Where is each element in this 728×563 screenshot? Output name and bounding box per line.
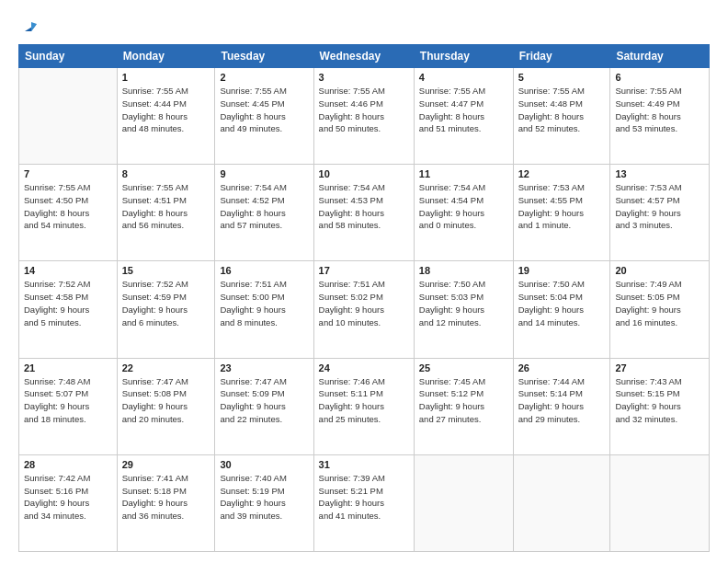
logo-icon bbox=[20, 15, 40, 35]
calendar-cell: 26Sunrise: 7:44 AMSunset: 5:14 PMDayligh… bbox=[513, 358, 610, 454]
day-info: Sunrise: 7:55 AMSunset: 4:45 PMDaylight:… bbox=[220, 85, 308, 135]
day-number: 22 bbox=[122, 362, 210, 373]
week-row-5: 28Sunrise: 7:42 AMSunset: 5:16 PMDayligh… bbox=[19, 454, 710, 551]
calendar-cell: 20Sunrise: 7:49 AMSunset: 5:05 PMDayligh… bbox=[610, 261, 710, 358]
header bbox=[18, 15, 710, 35]
day-number: 17 bbox=[319, 265, 409, 276]
day-info: Sunrise: 7:54 AMSunset: 4:54 PMDaylight:… bbox=[419, 181, 508, 232]
day-of-week-monday: Monday bbox=[117, 45, 215, 68]
calendar-cell: 3Sunrise: 7:55 AMSunset: 4:46 PMDaylight… bbox=[313, 68, 414, 165]
calendar-cell: 7Sunrise: 7:55 AMSunset: 4:50 PMDaylight… bbox=[19, 165, 118, 261]
calendar-cell bbox=[19, 68, 118, 165]
day-info: Sunrise: 7:53 AMSunset: 4:55 PMDaylight:… bbox=[518, 181, 606, 232]
calendar-cell bbox=[513, 454, 610, 551]
day-info: Sunrise: 7:55 AMSunset: 4:46 PMDaylight:… bbox=[319, 85, 409, 135]
day-info: Sunrise: 7:49 AMSunset: 5:05 PMDaylight:… bbox=[615, 278, 704, 328]
day-number: 18 bbox=[419, 265, 508, 276]
day-info: Sunrise: 7:43 AMSunset: 5:15 PMDaylight:… bbox=[615, 375, 704, 426]
calendar-cell bbox=[414, 454, 513, 551]
day-number: 23 bbox=[220, 362, 308, 373]
calendar-cell: 9Sunrise: 7:54 AMSunset: 4:52 PMDaylight… bbox=[215, 165, 313, 261]
day-number: 28 bbox=[24, 459, 112, 470]
day-number: 29 bbox=[122, 459, 210, 470]
day-info: Sunrise: 7:41 AMSunset: 5:18 PMDaylight:… bbox=[122, 472, 210, 523]
day-info: Sunrise: 7:51 AMSunset: 5:00 PMDaylight:… bbox=[220, 278, 308, 328]
day-info: Sunrise: 7:55 AMSunset: 4:47 PMDaylight:… bbox=[419, 85, 508, 135]
day-of-week-friday: Friday bbox=[513, 45, 610, 68]
day-info: Sunrise: 7:55 AMSunset: 4:48 PMDaylight:… bbox=[518, 85, 606, 135]
day-info: Sunrise: 7:42 AMSunset: 5:16 PMDaylight:… bbox=[24, 472, 112, 523]
day-number: 25 bbox=[419, 362, 508, 373]
day-info: Sunrise: 7:52 AMSunset: 4:59 PMDaylight:… bbox=[122, 278, 210, 328]
day-number: 8 bbox=[122, 168, 210, 179]
calendar-cell: 29Sunrise: 7:41 AMSunset: 5:18 PMDayligh… bbox=[117, 454, 215, 551]
day-info: Sunrise: 7:54 AMSunset: 4:52 PMDaylight:… bbox=[220, 181, 308, 232]
calendar-cell: 16Sunrise: 7:51 AMSunset: 5:00 PMDayligh… bbox=[215, 261, 313, 358]
day-of-week-wednesday: Wednesday bbox=[313, 45, 414, 68]
day-number: 15 bbox=[122, 265, 210, 276]
week-row-4: 21Sunrise: 7:48 AMSunset: 5:07 PMDayligh… bbox=[19, 358, 710, 454]
calendar-cell: 11Sunrise: 7:54 AMSunset: 4:54 PMDayligh… bbox=[414, 165, 513, 261]
calendar-cell: 8Sunrise: 7:55 AMSunset: 4:51 PMDaylight… bbox=[117, 165, 215, 261]
day-info: Sunrise: 7:52 AMSunset: 4:58 PMDaylight:… bbox=[24, 278, 112, 328]
calendar-cell: 12Sunrise: 7:53 AMSunset: 4:55 PMDayligh… bbox=[513, 165, 610, 261]
svg-marker-1 bbox=[31, 22, 37, 31]
calendar-cell: 15Sunrise: 7:52 AMSunset: 4:59 PMDayligh… bbox=[117, 261, 215, 358]
calendar-cell: 18Sunrise: 7:50 AMSunset: 5:03 PMDayligh… bbox=[414, 261, 513, 358]
day-number: 4 bbox=[419, 72, 508, 83]
day-number: 11 bbox=[419, 168, 508, 179]
day-number: 14 bbox=[24, 265, 112, 276]
calendar-table: SundayMondayTuesdayWednesdayThursdayFrid… bbox=[18, 44, 710, 552]
day-number: 31 bbox=[319, 459, 409, 470]
day-number: 3 bbox=[319, 72, 409, 83]
day-number: 30 bbox=[220, 459, 308, 470]
day-of-week-saturday: Saturday bbox=[610, 45, 710, 68]
logo bbox=[18, 15, 40, 35]
day-info: Sunrise: 7:55 AMSunset: 4:49 PMDaylight:… bbox=[615, 85, 704, 135]
week-row-2: 7Sunrise: 7:55 AMSunset: 4:50 PMDaylight… bbox=[19, 165, 710, 261]
calendar-cell: 25Sunrise: 7:45 AMSunset: 5:12 PMDayligh… bbox=[414, 358, 513, 454]
calendar-cell: 6Sunrise: 7:55 AMSunset: 4:49 PMDaylight… bbox=[610, 68, 710, 165]
week-row-3: 14Sunrise: 7:52 AMSunset: 4:58 PMDayligh… bbox=[19, 261, 710, 358]
page: SundayMondayTuesdayWednesdayThursdayFrid… bbox=[0, 0, 728, 563]
calendar-cell: 22Sunrise: 7:47 AMSunset: 5:08 PMDayligh… bbox=[117, 358, 215, 454]
day-number: 24 bbox=[319, 362, 409, 373]
day-info: Sunrise: 7:55 AMSunset: 4:44 PMDaylight:… bbox=[122, 85, 210, 135]
day-of-week-thursday: Thursday bbox=[414, 45, 513, 68]
calendar-cell: 1Sunrise: 7:55 AMSunset: 4:44 PMDaylight… bbox=[117, 68, 215, 165]
week-row-1: 1Sunrise: 7:55 AMSunset: 4:44 PMDaylight… bbox=[19, 68, 710, 165]
calendar-cell bbox=[610, 454, 710, 551]
calendar-cell: 14Sunrise: 7:52 AMSunset: 4:58 PMDayligh… bbox=[19, 261, 118, 358]
day-number: 10 bbox=[319, 168, 409, 179]
day-number: 12 bbox=[518, 168, 606, 179]
calendar-cell: 31Sunrise: 7:39 AMSunset: 5:21 PMDayligh… bbox=[313, 454, 414, 551]
day-info: Sunrise: 7:47 AMSunset: 5:09 PMDaylight:… bbox=[220, 375, 308, 426]
day-number: 26 bbox=[518, 362, 606, 373]
day-number: 7 bbox=[24, 168, 112, 179]
calendar-header-row: SundayMondayTuesdayWednesdayThursdayFrid… bbox=[19, 45, 710, 68]
day-number: 1 bbox=[122, 72, 210, 83]
calendar-cell: 23Sunrise: 7:47 AMSunset: 5:09 PMDayligh… bbox=[215, 358, 313, 454]
day-info: Sunrise: 7:54 AMSunset: 4:53 PMDaylight:… bbox=[319, 181, 409, 232]
day-number: 2 bbox=[220, 72, 308, 83]
day-number: 21 bbox=[24, 362, 112, 373]
day-info: Sunrise: 7:55 AMSunset: 4:51 PMDaylight:… bbox=[122, 181, 210, 232]
day-info: Sunrise: 7:55 AMSunset: 4:50 PMDaylight:… bbox=[24, 181, 112, 232]
calendar-cell: 28Sunrise: 7:42 AMSunset: 5:16 PMDayligh… bbox=[19, 454, 118, 551]
day-number: 6 bbox=[615, 72, 704, 83]
calendar-cell: 27Sunrise: 7:43 AMSunset: 5:15 PMDayligh… bbox=[610, 358, 710, 454]
calendar-cell: 24Sunrise: 7:46 AMSunset: 5:11 PMDayligh… bbox=[313, 358, 414, 454]
day-info: Sunrise: 7:47 AMSunset: 5:08 PMDaylight:… bbox=[122, 375, 210, 426]
day-info: Sunrise: 7:53 AMSunset: 4:57 PMDaylight:… bbox=[615, 181, 704, 232]
day-info: Sunrise: 7:45 AMSunset: 5:12 PMDaylight:… bbox=[419, 375, 508, 426]
day-number: 9 bbox=[220, 168, 308, 179]
calendar-cell: 19Sunrise: 7:50 AMSunset: 5:04 PMDayligh… bbox=[513, 261, 610, 358]
day-info: Sunrise: 7:51 AMSunset: 5:02 PMDaylight:… bbox=[319, 278, 409, 328]
day-number: 27 bbox=[615, 362, 704, 373]
day-info: Sunrise: 7:40 AMSunset: 5:19 PMDaylight:… bbox=[220, 472, 308, 523]
calendar-cell: 30Sunrise: 7:40 AMSunset: 5:19 PMDayligh… bbox=[215, 454, 313, 551]
day-number: 20 bbox=[615, 265, 704, 276]
day-info: Sunrise: 7:48 AMSunset: 5:07 PMDaylight:… bbox=[24, 375, 112, 426]
day-info: Sunrise: 7:50 AMSunset: 5:04 PMDaylight:… bbox=[518, 278, 606, 328]
calendar-cell: 4Sunrise: 7:55 AMSunset: 4:47 PMDaylight… bbox=[414, 68, 513, 165]
